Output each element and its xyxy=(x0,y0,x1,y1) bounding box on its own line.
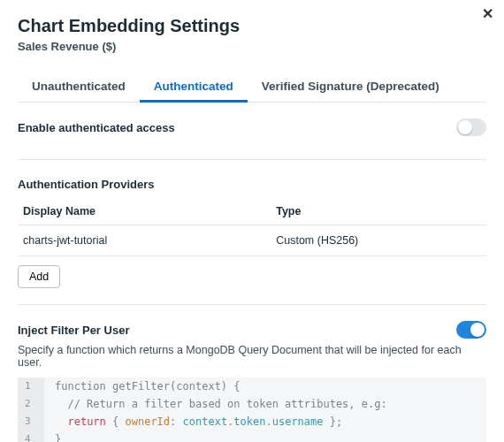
line-number: 4 xyxy=(18,431,44,442)
enable-access-label: Enable authenticated access xyxy=(18,121,175,134)
add-provider-button[interactable]: Add xyxy=(18,265,60,288)
col-type: Type xyxy=(271,198,486,225)
col-display-name: Display Name xyxy=(18,198,271,225)
line-number: 2 xyxy=(18,395,44,413)
inject-filter-heading: Inject Filter Per User xyxy=(18,324,129,337)
tab-verified-signature[interactable]: Verified Signature (Deprecated) xyxy=(248,72,454,102)
code-line-2: // Return a filter based on token attrib… xyxy=(44,395,387,413)
filter-code-editor[interactable]: 1 function getFilter(context) { 2 // Ret… xyxy=(18,377,486,442)
enable-access-section: Enable authenticated access xyxy=(18,103,486,160)
close-icon[interactable]: ✕ xyxy=(482,5,493,22)
code-line-4: } xyxy=(44,431,61,442)
modal-subtitle: Sales Revenue ($) xyxy=(18,40,486,53)
tabs: Unauthenticated Authenticated Verified S… xyxy=(18,72,486,103)
inject-filter-section: Inject Filter Per User Specify a functio… xyxy=(18,305,486,442)
code-line-1: function getFilter(context) { xyxy=(44,377,241,395)
code-line-3: return { ownerId: context.token.username… xyxy=(44,413,342,431)
auth-providers-table: Display Name Type charts-jwt-tutorial Cu… xyxy=(18,198,486,256)
inject-filter-toggle[interactable] xyxy=(456,321,486,339)
provider-name: charts-jwt-tutorial xyxy=(18,225,271,256)
enable-access-toggle[interactable] xyxy=(456,118,486,136)
line-number: 3 xyxy=(18,413,44,431)
modal-title: Chart Embedding Settings xyxy=(18,16,486,36)
tab-authenticated[interactable]: Authenticated xyxy=(140,72,248,102)
tab-unauthenticated[interactable]: Unauthenticated xyxy=(18,72,140,102)
auth-providers-section: Authentication Providers Display Name Ty… xyxy=(18,160,486,305)
provider-type: Custom (HS256) xyxy=(271,225,486,256)
line-number: 1 xyxy=(18,377,44,395)
chart-embedding-settings-modal: ✕ Chart Embedding Settings Sales Revenue… xyxy=(0,0,504,442)
auth-providers-heading: Authentication Providers xyxy=(18,178,486,191)
table-row: charts-jwt-tutorial Custom (HS256) xyxy=(18,225,486,256)
inject-filter-description: Specify a function which returns a Mongo… xyxy=(18,344,486,369)
